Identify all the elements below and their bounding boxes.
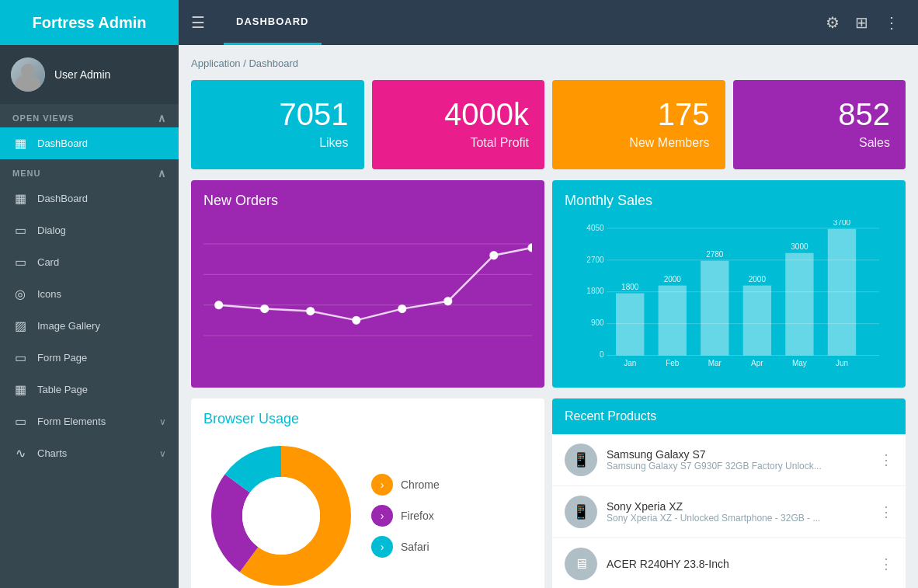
dashboard-icon: ▦ (12, 191, 28, 206)
samsung-thumb-icon: 📱 (572, 451, 589, 468)
svg-rect-26 (701, 261, 728, 356)
svg-point-6 (307, 308, 315, 315)
svg-rect-28 (743, 286, 771, 356)
product-info-samsung: Samsung Galaxy S7 Samsung Galaxy S7 G930… (607, 448, 870, 471)
topnav-tab[interactable]: DASHBOARD (224, 0, 322, 45)
open-views-label: OPEN VIEWS (12, 113, 75, 123)
sidebar-item-icons-label: Icons (37, 288, 61, 300)
chrome-dot: › (371, 474, 393, 496)
sidebar-item-charts-label: Charts (37, 447, 67, 459)
svg-text:Mar: Mar (708, 359, 722, 367)
sidebar-item-dialog[interactable]: ▭ Dialog (0, 214, 179, 246)
new-orders-card: New Orders (191, 180, 544, 388)
more-icon[interactable]: ⋮ (884, 13, 899, 32)
menu-section: MENU ∧ (0, 159, 179, 183)
sidebar-item-table-page-label: Table Page (37, 384, 88, 395)
browser-usage-card: Browser Usage (191, 398, 544, 588)
menu-arrow[interactable]: ∧ (158, 167, 166, 179)
grid-icon[interactable]: ⊞ (855, 13, 868, 32)
legend-item-chrome[interactable]: › Chrome (371, 474, 440, 496)
svg-point-9 (444, 297, 452, 305)
sidebar-item-card[interactable]: ▭ Card (0, 246, 179, 278)
sidebar-item-image-gallery[interactable]: ▨ Image Gallery (0, 310, 179, 342)
svg-text:1800: 1800 (586, 287, 604, 295)
donut-chart (203, 438, 359, 588)
sidebar-item-icons[interactable]: ◎ Icons (0, 278, 179, 310)
open-views-arrow[interactable]: ∧ (158, 112, 166, 124)
icons-icon: ◎ (12, 287, 28, 301)
browser-legend: › Chrome › Firefox › Safari (371, 474, 440, 558)
sidebar-item-form-elements[interactable]: ▭ Form Elements ∨ (0, 405, 179, 437)
table-page-icon: ▦ (12, 382, 28, 397)
product-thumb-sony: 📱 (565, 496, 597, 528)
monthly-sales-chart: 4050 2700 1800 900 0 1800 (565, 220, 893, 375)
sidebar-item-dialog-label: Dialog (37, 224, 66, 236)
svg-text:Jan: Jan (624, 359, 636, 367)
svg-point-4 (215, 301, 223, 309)
recent-products-header: Recent Products (552, 398, 906, 434)
product-thumb-samsung: 📱 (565, 444, 597, 476)
brand: Fortress Admin (0, 0, 179, 45)
sidebar-item-charts[interactable]: ∿ Charts ∨ (0, 437, 179, 469)
recent-products-title: Recent Products (565, 409, 656, 423)
stat-cards: 7051 Likes 4000k Total Profit 175 New Me… (191, 80, 906, 169)
stat-card-likes: 7051 Likes (191, 80, 364, 169)
svg-text:2000: 2000 (749, 275, 767, 284)
monthly-sales-title: Monthly Sales (565, 193, 893, 209)
card-icon: ▭ (12, 255, 28, 270)
safari-label: Safari (401, 541, 429, 553)
topnav-left: ☰ DASHBOARD (179, 0, 826, 45)
samsung-name: Samsung Galaxy S7 (607, 448, 870, 461)
stat-card-members: 175 New Members (552, 80, 725, 169)
sidebar-item-image-gallery-label: Image Gallery (37, 320, 100, 332)
sony-desc: Sony Xperia XZ - Unlocked Smartphone - 3… (607, 513, 870, 524)
sidebar-item-dashboard-open[interactable]: ▦ DashBoard (0, 127, 179, 159)
open-views-section: OPEN VIEWS ∧ (0, 104, 179, 127)
acer-thumb-icon: 🖥 (574, 556, 588, 572)
settings-icon[interactable]: ⚙ (826, 13, 840, 32)
svg-text:May: May (792, 359, 807, 367)
stat-members-number: 175 (658, 99, 710, 130)
svg-text:2000: 2000 (664, 275, 682, 284)
form-elements-arrow: ∨ (159, 416, 166, 427)
main-content: Application / Dashboard 7051 Likes 4000k… (179, 45, 918, 588)
sidebar-item-form-page[interactable]: ▭ Form Page (0, 342, 179, 374)
new-orders-title: New Orders (203, 193, 532, 209)
product-item-samsung: 📱 Samsung Galaxy S7 Samsung Galaxy S7 G9… (552, 434, 906, 486)
sony-thumb-icon: 📱 (572, 503, 589, 520)
sony-more-icon[interactable]: ⋮ (879, 503, 893, 520)
stat-likes-number: 7051 (280, 99, 349, 130)
acer-more-icon[interactable]: ⋮ (879, 555, 893, 572)
legend-item-safari[interactable]: › Safari (371, 536, 440, 558)
svg-text:4050: 4050 (586, 224, 604, 232)
sidebar-item-form-elements-label: Form Elements (37, 416, 106, 427)
product-info-sony: Sony Xperia XZ Sony Xperia XZ - Unlocked… (607, 500, 870, 524)
avatar (11, 57, 45, 92)
form-page-icon: ▭ (12, 350, 28, 365)
charts-arrow: ∨ (159, 448, 166, 459)
svg-text:2700: 2700 (586, 256, 604, 264)
recent-products-card: Recent Products 📱 Samsung Galaxy S7 Sams… (552, 398, 906, 588)
sidebar-item-dashboard[interactable]: ▦ DashBoard (0, 183, 179, 214)
svg-text:1800: 1800 (621, 283, 639, 291)
bar-chart-svg: 4050 2700 1800 900 0 1800 (565, 220, 893, 375)
product-item-sony: 📱 Sony Xperia XZ Sony Xperia XZ - Unlock… (552, 486, 906, 538)
topnav-icons: ⚙ ⊞ ⋮ (826, 13, 918, 32)
stat-members-label: New Members (629, 136, 709, 150)
sidebar-item-table-page[interactable]: ▦ Table Page (0, 374, 179, 405)
svg-rect-30 (785, 253, 813, 356)
firefox-label: Firefox (401, 510, 434, 522)
safari-dot: › (371, 536, 393, 558)
samsung-more-icon[interactable]: ⋮ (879, 451, 893, 468)
sidebar-user: User Admin (0, 45, 179, 104)
legend-item-firefox[interactable]: › Firefox (371, 505, 440, 527)
svg-text:Jun: Jun (836, 359, 848, 367)
main-layout: User Admin OPEN VIEWS ∧ ▦ DashBoard MENU… (0, 45, 918, 588)
bottom-section: Browser Usage (191, 398, 906, 588)
sidebar-username: User Admin (54, 68, 110, 81)
acer-name: ACER R240HY 23.8-Inch (607, 558, 870, 570)
svg-point-7 (353, 316, 360, 324)
menu-icon[interactable]: ☰ (191, 13, 205, 32)
svg-text:Apr: Apr (751, 359, 763, 367)
svg-text:0: 0 (600, 350, 604, 359)
